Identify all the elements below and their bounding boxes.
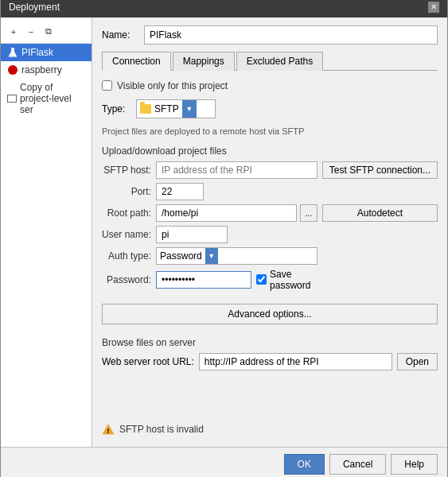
save-password-label: Save password bbox=[270, 269, 317, 291]
browse-section: Browse files on server Web server root U… bbox=[102, 337, 438, 370]
visible-only-checkbox[interactable] bbox=[102, 80, 112, 91]
browse-section-title: Browse files on server bbox=[102, 337, 438, 348]
raspberry-icon bbox=[7, 64, 18, 76]
add-deployment-button[interactable]: + bbox=[6, 24, 21, 40]
password-row: Save password bbox=[156, 269, 317, 291]
name-label: Name: bbox=[102, 29, 138, 41]
browse-row: Web server root URL: Open bbox=[102, 353, 438, 370]
save-password-checkbox[interactable] bbox=[256, 274, 267, 285]
dialog-title: Deployment bbox=[9, 2, 60, 13]
sidebar-toolbar: + − ⧉ bbox=[1, 21, 92, 44]
password-input[interactable] bbox=[156, 271, 251, 289]
sftp-folder-icon bbox=[140, 104, 151, 114]
sftp-host-label: SFTP host: bbox=[102, 165, 151, 176]
bottom-bar: OK Cancel Help bbox=[1, 447, 447, 478]
username-label: User name: bbox=[102, 229, 151, 240]
warning-text: SFTP host is invalid bbox=[119, 424, 204, 435]
port-row bbox=[156, 183, 317, 200]
tab-mappings[interactable]: Mappings bbox=[173, 52, 235, 71]
visible-only-label: Visible only for this project bbox=[117, 80, 228, 91]
title-bar-left: Deployment bbox=[9, 2, 60, 13]
warning-row: ! SFTP host is invalid bbox=[102, 420, 438, 439]
name-input[interactable] bbox=[144, 25, 438, 45]
flask-icon bbox=[7, 47, 18, 58]
form-grid: SFTP host: Test SFTP connection... Port:… bbox=[102, 161, 438, 291]
username-input[interactable] bbox=[156, 226, 228, 243]
dialog-content: + − ⧉ PIFlask raspberry Copy of bbox=[1, 17, 447, 447]
type-select[interactable]: SFTP ▼ bbox=[136, 99, 216, 118]
tab-excluded-paths[interactable]: Excluded Paths bbox=[236, 52, 323, 71]
browse-root-button[interactable]: ... bbox=[300, 204, 317, 222]
visible-only-row: Visible only for this project bbox=[102, 80, 438, 91]
port-input[interactable] bbox=[156, 183, 204, 200]
upload-title: Upload/download project files bbox=[102, 145, 438, 157]
svg-text:!: ! bbox=[107, 427, 110, 435]
main-panel: Name: Connection Mappings Excluded Paths… bbox=[92, 17, 447, 447]
web-server-label: Web server root URL: bbox=[102, 356, 194, 367]
sidebar-item-copy[interactable]: Copy of project-level ser bbox=[1, 79, 92, 118]
web-server-input[interactable] bbox=[199, 353, 392, 370]
type-value: SFTP bbox=[154, 103, 179, 114]
auth-type-label: Auth type: bbox=[102, 250, 151, 262]
sidebar-item-raspberry[interactable]: raspberry bbox=[1, 61, 92, 79]
autodetect-button[interactable]: Autodetect bbox=[322, 204, 438, 222]
warning-icon: ! bbox=[102, 423, 115, 436]
spacer bbox=[102, 377, 438, 413]
close-button[interactable]: ✕ bbox=[428, 2, 439, 13]
advanced-options-button[interactable]: Advanced options... bbox=[102, 304, 438, 324]
tabs: Connection Mappings Excluded Paths bbox=[102, 51, 438, 71]
root-path-row: ... bbox=[156, 204, 317, 222]
cancel-button[interactable]: Cancel bbox=[329, 454, 386, 475]
password-label: Password: bbox=[102, 274, 151, 285]
remove-deployment-button[interactable]: − bbox=[23, 24, 39, 40]
sftp-host-input[interactable] bbox=[156, 161, 317, 179]
type-label: Type: bbox=[102, 103, 130, 114]
root-path-label: Root path: bbox=[102, 207, 151, 219]
upload-section: Upload/download project files SFTP host:… bbox=[102, 145, 438, 291]
root-path-input[interactable] bbox=[156, 204, 297, 222]
port-label: Port: bbox=[102, 186, 151, 197]
copy-deployment-button[interactable]: ⧉ bbox=[41, 24, 56, 40]
sidebar-item-piflask[interactable]: PIFlask bbox=[1, 44, 92, 61]
auth-type-select[interactable]: Password ▼ bbox=[156, 247, 317, 265]
open-button[interactable]: Open bbox=[397, 353, 438, 370]
type-row: Type: SFTP ▼ bbox=[102, 99, 438, 118]
type-dropdown-arrow[interactable]: ▼ bbox=[182, 100, 197, 118]
test-sftp-button[interactable]: Test SFTP connection... bbox=[322, 161, 438, 179]
auth-dropdown-arrow[interactable]: ▼ bbox=[205, 248, 218, 264]
name-row: Name: bbox=[102, 25, 438, 45]
auth-type-value: Password bbox=[160, 250, 202, 262]
ok-button[interactable]: OK bbox=[284, 454, 325, 475]
sidebar-item-label: PIFlask bbox=[21, 47, 53, 58]
copy-server-icon bbox=[7, 93, 17, 104]
deployment-dialog: Deployment ✕ + − ⧉ PIFlask raspberry bbox=[0, 0, 448, 477]
sidebar: + − ⧉ PIFlask raspberry Copy of bbox=[1, 17, 92, 447]
sidebar-item-label: Copy of project-level ser bbox=[20, 82, 85, 115]
sidebar-item-label: raspberry bbox=[21, 64, 62, 76]
warning-triangle-icon: ! bbox=[102, 423, 115, 436]
help-button[interactable]: Help bbox=[391, 454, 438, 475]
title-bar: Deployment ✕ bbox=[1, 0, 447, 17]
tab-connection[interactable]: Connection bbox=[102, 52, 171, 71]
save-password-row: Save password bbox=[256, 269, 317, 291]
type-description: Project files are deployed to a remote h… bbox=[102, 126, 438, 136]
